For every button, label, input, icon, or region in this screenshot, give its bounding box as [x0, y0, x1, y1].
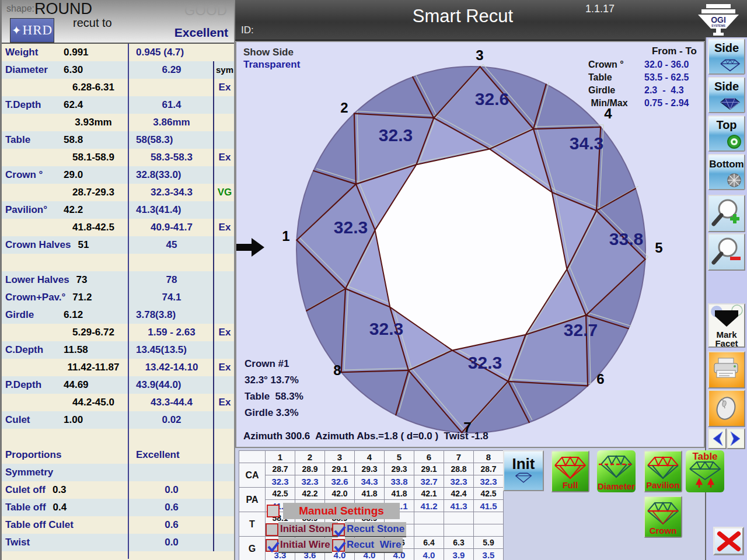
pavilion-button-label: Pavilion: [645, 480, 681, 490]
initial-value: 44.2-45.0: [60, 394, 127, 411]
recut-value: 58(58.3): [130, 131, 219, 149]
print-button[interactable]: [708, 351, 745, 388]
app-title: Smart Recut: [235, 6, 690, 27]
initial-facet-value: 5.9: [474, 537, 504, 549]
crown-info-line: 32.3° 13.7%: [245, 372, 303, 388]
grade-flag: Ex: [214, 149, 234, 166]
diameter-diamond-icon: [599, 453, 634, 480]
checkbox-row-recut-wire[interactable]: Recut Wire: [332, 538, 403, 553]
close-button[interactable]: [713, 527, 744, 555]
side-view-solid-label: Side: [709, 80, 744, 93]
mouse-settings-button[interactable]: [708, 390, 745, 427]
recut-facet-value: 4.0: [414, 549, 444, 560]
from-to-label: Min/Max: [588, 98, 642, 108]
recut-to-label: recut to: [73, 16, 112, 30]
diamond-viewport: 132.3232.3332.6434.3533.8632.7732.3832.3…: [235, 41, 705, 448]
initial-value: 51: [78, 236, 89, 254]
measurement-label: Diameter: [5, 61, 48, 79]
top-view-label: Top: [709, 118, 744, 132]
initial-value: 0.3: [53, 481, 67, 499]
checkbox-row-initial-stone[interactable]: Initial Stone: [266, 522, 338, 537]
zoom-in-button[interactable]: [708, 195, 745, 232]
checkbox-unchecked[interactable]: [266, 523, 278, 536]
recut-facet-value: 41.5: [474, 500, 504, 512]
initial-value: 29.0: [64, 166, 83, 184]
facet-column-header: 5: [385, 451, 414, 463]
checkbox-checked[interactable]: [332, 523, 345, 536]
measurement-row: 44.2-45.043.3-44.4Ex: [2, 394, 234, 411]
previous-arrow-button[interactable]: [708, 428, 727, 449]
show-side-label[interactable]: Show Side: [243, 47, 294, 58]
initial-facet-value: 29.1: [325, 463, 355, 475]
check-icon: [267, 540, 280, 553]
recut-full-button[interactable]: Full: [551, 450, 589, 492]
grade-flag: Ex: [214, 219, 234, 236]
manual-settings-label[interactable]: Manual Settings: [283, 503, 400, 519]
measurement-row: T.Depth62.461.4: [2, 96, 234, 114]
recut-facet-value: 3.9: [444, 549, 474, 560]
check-icon: [333, 540, 346, 553]
recut-table-button[interactable]: Table: [686, 450, 724, 492]
new-grade: Excellent: [174, 26, 228, 40]
measurement-label: T.Depth: [5, 96, 41, 114]
recut-facet-value: [474, 524, 504, 537]
recut-facet-value: 3.5: [474, 549, 504, 560]
initial-value: 71.2: [72, 289, 92, 306]
checkbox-checked[interactable]: [266, 539, 278, 552]
recut-facet-value: 32.3: [266, 475, 295, 488]
from-to-value: 0.75 - 2.94: [644, 98, 699, 108]
measurement-label: Twist: [5, 534, 30, 551]
recut-pavilion-button[interactable]: Pavilion: [644, 450, 682, 492]
side-view-button[interactable]: Side: [708, 38, 745, 75]
measurement-row: Diameter6.306.29sym: [2, 61, 234, 79]
checkbox-row-initial-wire[interactable]: Initial Wire: [266, 538, 332, 553]
stone-id-label: ID:: [241, 24, 254, 36]
recut-value: 13.42-14.10: [130, 359, 213, 376]
measurement-row: [2, 429, 234, 446]
initial-value: 11.58: [64, 341, 88, 359]
facet-column-header: 3: [325, 451, 355, 463]
measurement-row: 41.8-42.540.9-41.7Ex: [2, 219, 234, 236]
recut-value: 45: [130, 236, 213, 254]
measurement-label: C.Depth: [5, 341, 43, 359]
checkbox-row-recut-stone[interactable]: Recut Stone: [332, 522, 406, 537]
svg-text:OGI: OGI: [711, 15, 726, 24]
recut-value: 0.02: [130, 411, 213, 429]
recut-value: 3.86mm: [130, 114, 213, 131]
initial-facet-value: 41.8: [385, 488, 414, 500]
diameter-button-label: Diameter: [597, 481, 636, 491]
init-button[interactable]: Init: [503, 450, 544, 491]
initial-facet-value: 41.8: [355, 488, 385, 500]
bottom-view-button[interactable]: Bottom: [708, 154, 745, 190]
crown-diamond-icon: [645, 499, 680, 526]
measurement-label: Crown+Pav.°: [5, 289, 65, 306]
selection-arrow-icon: [236, 232, 266, 262]
measurement-label: Culet off: [5, 481, 46, 499]
facet-index-number: 3: [476, 47, 483, 63]
measurement-row: Table58.858(58.3): [2, 131, 234, 149]
mark-facet-button[interactable]: Mark Facet: [708, 303, 745, 348]
checkbox-checked[interactable]: [332, 539, 345, 552]
measurement-row: Culet off0.30.0: [2, 481, 234, 499]
crown-info-line: Girdle 3.3%: [245, 405, 303, 421]
initial-facet-value: 28.7: [266, 463, 295, 475]
zoom-out-button[interactable]: [708, 233, 745, 271]
recut-diameter-button[interactable]: Diameter: [597, 450, 636, 492]
side-view-solid-button[interactable]: Side: [708, 77, 745, 113]
pavilion-diamond-icon: [645, 454, 680, 481]
facet-crown-angle-label: 32.3: [468, 353, 502, 372]
recut-crown-button[interactable]: Crown: [644, 496, 682, 538]
recut-value: 0.0: [130, 481, 213, 499]
facet-crown-angle-label: 32.3: [379, 125, 413, 145]
facet-row-label: T: [239, 512, 266, 537]
recut-facet-value: [444, 524, 474, 537]
transparent-mode-label[interactable]: Transparent: [243, 59, 300, 71]
top-view-button[interactable]: Top: [708, 116, 745, 152]
initial-facet-value: 42.4: [444, 488, 474, 500]
facet-column-header: 6: [414, 451, 444, 463]
next-arrow-button[interactable]: [727, 428, 745, 449]
measurement-label: Culet: [5, 411, 30, 429]
recut-facet-value: 32.6: [325, 475, 355, 488]
manual-settings-checkbox[interactable]: [267, 505, 280, 517]
grade-flag: sym: [214, 61, 234, 79]
